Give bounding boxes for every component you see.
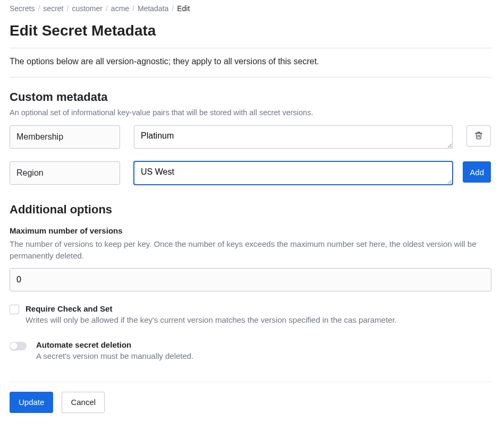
form-actions: Update Cancel [10, 382, 491, 413]
metadata-row: Platinum [10, 125, 491, 149]
require-cas-option: Require Check and Set Writes will only b… [10, 304, 491, 324]
auto-delete-label: Automate secret deletion [36, 340, 193, 349]
custom-metadata-title: Custom metadata [10, 90, 491, 104]
breadcrumb-sep: / [172, 4, 174, 13]
additional-options-title: Additional options [10, 203, 491, 217]
metadata-key-input[interactable] [10, 125, 120, 149]
require-cas-desc: Writes will only be allowed if the key's… [26, 315, 397, 324]
cancel-button[interactable]: Cancel [62, 392, 105, 413]
trash-icon [474, 131, 483, 141]
auto-delete-option: Automate secret deletion A secret's vers… [10, 340, 491, 360]
breadcrumb-item[interactable]: acme [111, 4, 129, 13]
max-versions-input[interactable] [10, 268, 491, 291]
auto-delete-desc: A secret's version must be manually dele… [36, 351, 193, 360]
max-versions-desc: The number of versions to keep per key. … [10, 238, 491, 262]
breadcrumb-item[interactable]: Secrets [10, 4, 35, 13]
max-versions-label: Maximum number of versions [10, 226, 491, 235]
metadata-value-input[interactable]: Platinum [134, 125, 453, 149]
breadcrumb-sep: / [132, 4, 134, 13]
divider [10, 77, 491, 77]
breadcrumb-item[interactable]: secret [43, 4, 63, 13]
update-button[interactable]: Update [10, 392, 53, 413]
custom-metadata-subtext: An optional set of informational key-val… [10, 108, 491, 117]
metadata-value-input[interactable]: US West [134, 161, 453, 185]
breadcrumb-sep: / [106, 4, 108, 13]
breadcrumb-item-current: Edit [177, 4, 190, 13]
breadcrumb-item[interactable]: Metadata [138, 4, 168, 13]
breadcrumb: Secrets / secret / customer / acme / Met… [10, 4, 491, 13]
divider [10, 48, 491, 48]
breadcrumb-sep: / [38, 4, 40, 13]
add-row-button[interactable]: Add [463, 161, 491, 183]
auto-delete-toggle[interactable] [10, 342, 27, 350]
metadata-key-input[interactable] [10, 161, 120, 185]
metadata-row: US West Add [10, 161, 491, 185]
delete-row-button[interactable] [466, 125, 491, 147]
require-cas-checkbox[interactable] [10, 305, 19, 314]
page-intro: The options below are all version-agnost… [10, 57, 491, 66]
breadcrumb-item[interactable]: customer [72, 4, 103, 13]
breadcrumb-sep: / [66, 4, 69, 13]
page-title: Edit Secret Metadata [10, 22, 491, 39]
require-cas-label: Require Check and Set [26, 304, 397, 313]
